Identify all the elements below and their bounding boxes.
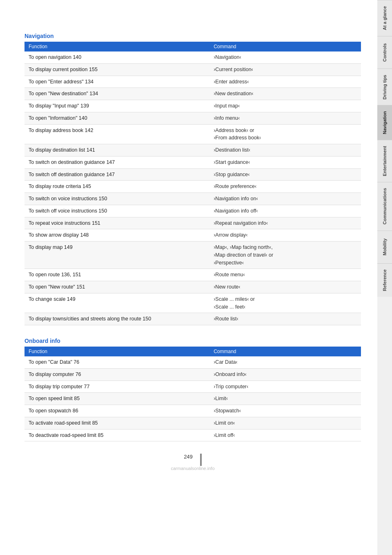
onboard-col-function: Function xyxy=(24,347,209,356)
onboard-section: Onboard info Function Command To open "C… xyxy=(24,338,361,441)
function-cell: To open "Enter address" 134 xyxy=(24,76,209,88)
function-cell: To open "New destination" 134 xyxy=(24,88,209,100)
onboard-section-title: Onboard info xyxy=(24,338,361,344)
command-cell: ›Navigation info off‹ xyxy=(209,205,361,217)
table-row: To show arrow display 148›Arrow display‹ xyxy=(24,229,361,242)
table-row: To switch on voice instructions 150›Navi… xyxy=(24,193,361,205)
command-cell: ›Scale ... miles‹ or ›Scale ... feet‹ xyxy=(209,293,361,313)
command-cell: ›Route preference‹ xyxy=(209,181,361,193)
command-cell: ›Navigation info on‹ xyxy=(209,193,361,205)
navigation-section-title: Navigation xyxy=(24,33,361,39)
side-tab-communications[interactable]: Communications xyxy=(377,182,392,230)
side-tab-mobility[interactable]: Mobility xyxy=(377,231,392,263)
table-row: To display current position 155›Current … xyxy=(24,63,361,76)
table-row: To switch off voice instructions 150›Nav… xyxy=(24,205,361,217)
table-row: To open "New destination" 134›New destin… xyxy=(24,88,361,100)
side-tab-at-a-glance[interactable]: At a glance xyxy=(377,0,392,36)
function-cell: To display trip computer 77 xyxy=(24,380,209,393)
table-row: To open navigation 140›Navigation‹ xyxy=(24,51,361,63)
command-cell: ›Stop guidance‹ xyxy=(209,168,361,181)
function-cell: To display route criteria 145 xyxy=(24,181,209,193)
side-tab-driving-tips[interactable]: Driving tips xyxy=(377,69,392,105)
page-indicator xyxy=(200,454,202,466)
table-row: To display trip computer 77›Trip compute… xyxy=(24,380,361,393)
function-cell: To open stopwatch 86 xyxy=(24,405,209,417)
side-tabs: At a glanceControlsDriving tipsNavigatio… xyxy=(377,0,392,555)
table-row: To display destination list 141›Destinat… xyxy=(24,144,361,157)
function-cell: To switch on destination guidance 147 xyxy=(24,156,209,168)
table-row: To display towns/cities and streets alon… xyxy=(24,313,361,325)
command-cell: ›Route menu‹ xyxy=(209,269,361,281)
command-cell: ›Car Data‹ xyxy=(209,356,361,368)
table-row: To open speed limit 85›Limit‹ xyxy=(24,393,361,405)
command-cell: ›Trip computer‹ xyxy=(209,380,361,393)
command-cell: ›Enter address‹ xyxy=(209,76,361,88)
function-cell: To change scale 149 xyxy=(24,293,209,313)
command-cell: ›Input map‹ xyxy=(209,100,361,112)
function-cell: To open "New route" 151 xyxy=(24,281,209,293)
function-cell: To activate road-speed limit 85 xyxy=(24,417,209,429)
navigation-section: Navigation Function Command To open navi… xyxy=(24,33,361,325)
table-row: To display map 149›Map‹, ›Map facing nor… xyxy=(24,242,361,269)
function-cell: To display address book 142 xyxy=(24,124,209,144)
function-cell: To open "Information" 140 xyxy=(24,112,209,124)
function-cell: To open navigation 140 xyxy=(24,51,209,63)
watermark: carmanualsonline.info xyxy=(24,466,361,471)
command-cell: ›Limit on‹ xyxy=(209,417,361,429)
function-cell: To switch off destination guidance 147 xyxy=(24,168,209,181)
table-row: To switch off destination guidance 147›S… xyxy=(24,168,361,181)
table-row: To open "Enter address" 134›Enter addres… xyxy=(24,76,361,88)
table-row: To switch on destination guidance 147›St… xyxy=(24,156,361,168)
table-row: To display computer 76›Onboard info‹ xyxy=(24,368,361,380)
onboard-col-command: Command xyxy=(209,347,361,356)
table-row: To open "Information" 140›Info menu‹ xyxy=(24,112,361,124)
function-cell: To display computer 76 xyxy=(24,368,209,380)
command-cell: ›Limit‹ xyxy=(209,393,361,405)
command-cell: ›Map‹, ›Map facing north‹, ›Map directio… xyxy=(209,242,361,269)
function-cell: To open speed limit 85 xyxy=(24,393,209,405)
function-cell: To display map 149 xyxy=(24,242,209,269)
onboard-table: Function Command To open "Car Data" 76›C… xyxy=(24,347,361,441)
side-tab-reference[interactable]: Reference xyxy=(377,263,392,297)
nav-col-command: Command xyxy=(209,42,361,51)
page-number-bar: 249 xyxy=(24,454,361,466)
command-cell: ›Limit off‹ xyxy=(209,429,361,441)
command-cell: ›Repeat navigation info‹ xyxy=(209,217,361,229)
function-cell: To switch on voice instructions 150 xyxy=(24,193,209,205)
side-tab-navigation[interactable]: Navigation xyxy=(377,105,392,140)
command-cell: ›New destination‹ xyxy=(209,88,361,100)
command-cell: ›Destination list‹ xyxy=(209,144,361,157)
command-cell: ›Onboard info‹ xyxy=(209,368,361,380)
command-cell: ›Arrow display‹ xyxy=(209,229,361,242)
table-row: To deactivate road-speed limit 85›Limit … xyxy=(24,429,361,441)
table-row: To display address book 142›Address book… xyxy=(24,124,361,144)
function-cell: To display current position 155 xyxy=(24,63,209,76)
command-cell: ›Route list‹ xyxy=(209,313,361,325)
command-cell: ›Info menu‹ xyxy=(209,112,361,124)
table-row: To open "New route" 151›New route‹ xyxy=(24,281,361,293)
table-row: To activate road-speed limit 85›Limit on… xyxy=(24,417,361,429)
function-cell: To switch off voice instructions 150 xyxy=(24,205,209,217)
function-cell: To repeat voice instructions 151 xyxy=(24,217,209,229)
command-cell: ›Start guidance‹ xyxy=(209,156,361,168)
function-cell: To open route 136, 151 xyxy=(24,269,209,281)
side-tab-entertainment[interactable]: Entertainment xyxy=(377,140,392,182)
navigation-table: Function Command To open navigation 140›… xyxy=(24,42,361,325)
function-cell: To deactivate road-speed limit 85 xyxy=(24,429,209,441)
table-row: To display route criteria 145›Route pref… xyxy=(24,181,361,193)
command-cell: ›Current position‹ xyxy=(209,63,361,76)
function-cell: To display "Input map" 139 xyxy=(24,100,209,112)
command-cell: ›Navigation‹ xyxy=(209,51,361,63)
table-row: To open stopwatch 86›Stopwatch‹ xyxy=(24,405,361,417)
function-cell: To display destination list 141 xyxy=(24,144,209,157)
function-cell: To open "Car Data" 76 xyxy=(24,356,209,368)
command-cell: ›Address book‹ or ›From address book‹ xyxy=(209,124,361,144)
command-cell: ›Stopwatch‹ xyxy=(209,405,361,417)
table-row: To repeat voice instructions 151›Repeat … xyxy=(24,217,361,229)
command-cell: ›New route‹ xyxy=(209,281,361,293)
table-row: To change scale 149›Scale ... miles‹ or … xyxy=(24,293,361,313)
table-row: To open "Car Data" 76›Car Data‹ xyxy=(24,356,361,368)
function-cell: To display towns/cities and streets alon… xyxy=(24,313,209,325)
side-tab-controls[interactable]: Controls xyxy=(377,36,392,69)
nav-col-function: Function xyxy=(24,42,209,51)
